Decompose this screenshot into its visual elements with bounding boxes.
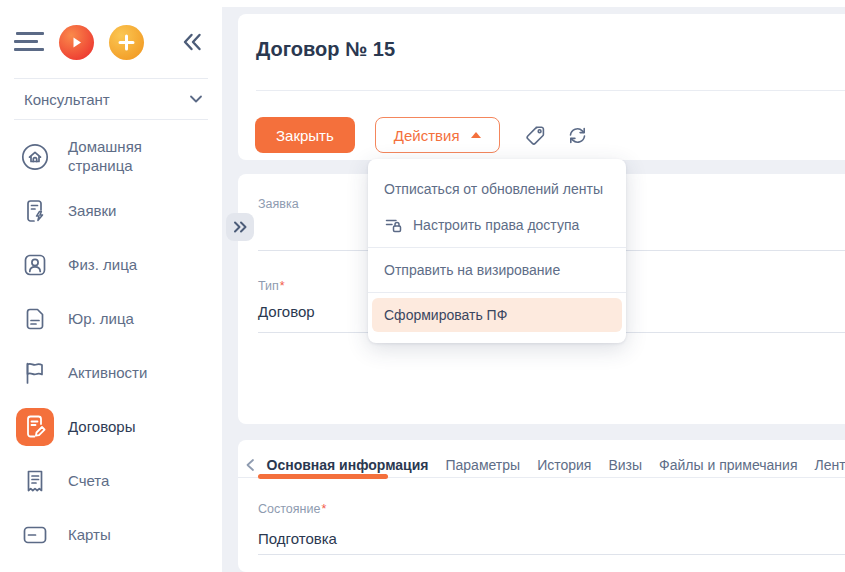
play-button[interactable] [59,25,94,60]
sidebar-item-legal-entities[interactable]: Юр. лица [0,292,222,346]
toolbar: Закрыть Действия [255,117,589,153]
sidebar-item-contracts[interactable]: Договоры [0,400,222,454]
close-button[interactable]: Закрыть [255,117,355,153]
menu-item-generate-pf[interactable]: Сформировать ПФ [372,298,622,332]
required-marker: * [280,279,285,293]
plus-icon [118,34,135,51]
sidebar-item-cards[interactable]: Карты [0,508,222,562]
sidebar-item-label: Карты [68,526,111,545]
menu-divider [368,247,626,248]
sidebar-item-label: Активности [68,364,147,383]
tag-icon [524,124,547,147]
collapse-sidebar-button[interactable] [180,31,204,53]
sidebar-item-home[interactable]: Домашняя страница [0,130,222,184]
menu-item-unsubscribe-feed[interactable]: Отписаться от обновлений ленты [368,171,626,207]
sidebar-item-label: Счета [68,472,109,491]
create-new-button[interactable] [109,25,144,60]
card-icon [16,516,54,554]
sync-icon [566,124,589,147]
details-tabs-card: Основная информация Параметры История Ви… [238,440,845,572]
sidebar-item-label: Домашняя страница [68,138,198,176]
legal-doc-icon [16,300,54,338]
double-chevron-right-icon [231,218,249,236]
flag-icon [16,354,54,392]
chevron-up-icon [471,132,481,138]
tags-button[interactable] [524,124,547,147]
menu-item-label: Настроить права доступа [413,217,579,233]
access-rights-lock-icon [384,216,403,235]
workspace-label: Консультант [24,91,110,108]
top-strip [222,0,845,7]
sidebar-menu: Домашняя страница Заявки Физ. лица [0,120,222,562]
divider [256,90,845,91]
sidebar-item-label: Физ. лица [68,256,137,275]
field-label-state: Состояние* [258,502,326,516]
contract-header-card: Договор № 15 Закрыть Действия [238,14,845,160]
sidebar-item-label: Заявки [68,202,116,221]
sidebar-header [0,0,222,66]
sidebar-item-activities[interactable]: Активности [0,346,222,400]
actions-button[interactable]: Действия [375,117,500,153]
play-icon [69,35,84,50]
tab-history[interactable]: История [537,457,591,473]
tab-visas[interactable]: Визы [608,457,642,473]
sidebar-item-invoices[interactable]: Счета [0,454,222,508]
contract-pen-icon [16,408,54,446]
tab-parameters[interactable]: Параметры [445,457,520,473]
tab-main-info[interactable]: Основная информация [267,457,429,473]
actions-dropdown-menu: Отписаться от обновлений ленты Настроить… [368,159,626,343]
refresh-button[interactable] [566,124,589,147]
tabs-scroll-left-button[interactable] [244,458,256,472]
field-label-tip: Тип* [258,279,285,293]
page-title: Договор № 15 [256,38,395,61]
tab-feed[interactable]: Лента [815,457,845,473]
active-tab-indicator [258,474,388,479]
sidebar-item-label: Договоры [68,418,135,437]
invoice-icon [16,462,54,500]
menu-item-access-rights[interactable]: Настроить права доступа [368,207,626,243]
field-label-zayavka: Заявка [258,197,299,211]
sidebar-item-requests[interactable]: Заявки [0,184,222,238]
home-icon [16,138,54,176]
field-value-state[interactable]: Подготовка [258,530,337,547]
workspace-selector[interactable]: Консультант [0,79,222,119]
main-menu-icon[interactable] [14,31,44,53]
request-doc-icon [16,192,54,230]
tab-files-notes[interactable]: Файлы и примечания [659,457,797,473]
field-value-tip[interactable]: Договор [258,303,315,320]
sidebar-item-label: Юр. лица [68,310,134,329]
field-underline[interactable] [258,554,845,555]
menu-item-send-for-approval[interactable]: Отправить на визирование [368,252,626,288]
sidebar: Консультант Домашняя страница [0,0,222,572]
person-badge-icon [16,246,54,284]
actions-button-label: Действия [394,127,460,144]
expand-panel-button[interactable] [226,213,254,241]
required-marker: * [321,502,326,516]
menu-divider [368,292,626,293]
chevron-down-icon [188,91,204,107]
sidebar-item-individuals[interactable]: Физ. лица [0,238,222,292]
double-chevron-left-icon [180,31,204,53]
